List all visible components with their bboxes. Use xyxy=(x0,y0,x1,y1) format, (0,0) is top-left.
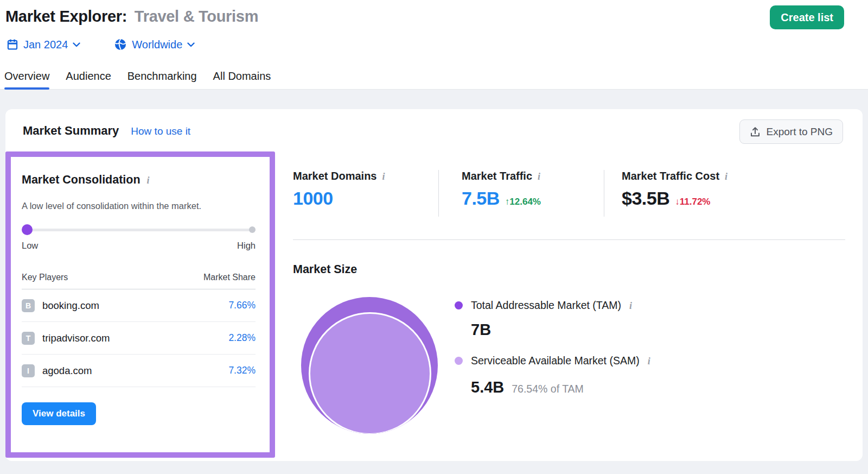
traffic-change-value: 12.64% xyxy=(509,197,541,207)
tab-audience[interactable]: Audience xyxy=(66,70,111,90)
tam-legend-row: Total Addressable Market (TAM) i xyxy=(455,299,632,312)
market-share-value[interactable]: 7.66% xyxy=(228,300,256,311)
page-title-market-name: Travel & Tourism xyxy=(135,8,258,25)
tam-value: 7B xyxy=(471,321,491,339)
tam-label: Total Addressable Market (TAM) xyxy=(471,299,621,312)
globe-icon xyxy=(114,38,127,51)
export-label: Export to PNG xyxy=(767,126,833,138)
market-share-value[interactable]: 2.28% xyxy=(228,332,256,344)
slider-track xyxy=(22,229,256,231)
sam-percent-of-tam: 76.54% of TAM xyxy=(512,383,584,395)
sam-legend-row: Serviceable Available Market (SAM) i xyxy=(455,355,650,367)
slider-label-high: High xyxy=(237,241,256,251)
export-to-png-button[interactable]: Export to PNG xyxy=(739,119,844,144)
traffic-change-badge: ↑12.64% xyxy=(505,197,541,207)
consolidation-description: A low level of consolidation within the … xyxy=(22,201,256,211)
table-row: I agoda.com 7.32% xyxy=(22,355,256,387)
slider-thumb-high[interactable] xyxy=(249,226,256,233)
view-details-button[interactable]: View details xyxy=(22,402,96,425)
sam-circle xyxy=(309,312,431,434)
slider-labels: Low High xyxy=(22,241,256,251)
info-icon[interactable]: i xyxy=(629,301,632,311)
info-icon[interactable]: i xyxy=(725,172,727,181)
market-share-value[interactable]: 7.32% xyxy=(228,365,256,376)
metric-label-row: Market Traffic Cost i xyxy=(622,170,727,182)
page-title: Market Explorer: Travel & Tourism xyxy=(5,8,258,26)
export-icon xyxy=(750,127,761,137)
col-market-share: Market Share xyxy=(203,273,256,282)
info-icon[interactable]: i xyxy=(648,356,650,366)
key-players-table: Key Players Market Share B booking.com 7… xyxy=(22,273,256,387)
col-key-players: Key Players xyxy=(22,273,68,282)
info-icon[interactable]: i xyxy=(147,175,150,185)
metric-label-row: Market Traffic i xyxy=(462,170,604,182)
tab-overview[interactable]: Overview xyxy=(4,70,49,90)
region-selector[interactable]: Worldwide xyxy=(114,38,195,51)
date-selector[interactable]: Jan 2024 xyxy=(7,39,80,51)
date-label: Jan 2024 xyxy=(23,39,68,51)
domain-label: booking.com xyxy=(42,300,99,312)
market-traffic-value: 7.5B xyxy=(462,188,500,209)
tab-all-domains[interactable]: All Domains xyxy=(213,70,271,90)
chevron-down-icon xyxy=(187,42,195,47)
market-domains-value: 1000 xyxy=(293,188,333,209)
tab-bar: Overview Audience Benchmarking All Domai… xyxy=(4,70,287,90)
info-icon[interactable]: i xyxy=(538,172,540,181)
consolidation-slider[interactable] xyxy=(22,224,256,235)
metric-label: Market Domains xyxy=(293,170,377,182)
market-traffic-cost-value: $3.5B xyxy=(622,188,669,209)
page-title-prefix: Market Explorer: xyxy=(5,8,127,25)
sam-value: 5.4B xyxy=(471,378,504,396)
cost-change-badge: ↓11.72% xyxy=(675,197,710,207)
table-row: T tripadvisor.com 2.28% xyxy=(22,322,256,355)
consolidation-header: Market Consolidation i xyxy=(22,173,256,187)
create-list-button[interactable]: Create list xyxy=(770,5,844,29)
metric-label: Market Traffic xyxy=(462,170,532,182)
metrics-row: Market Domains i 1000 Market Traffic i 7… xyxy=(293,170,727,217)
metric-market-traffic-cost: Market Traffic Cost i $3.5B ↓11.72% xyxy=(604,170,727,217)
sam-dot-icon xyxy=(455,357,463,365)
arrow-down-icon: ↓ xyxy=(675,197,680,207)
favicon-placeholder-icon: B xyxy=(22,299,35,312)
market-size-title: Market Size xyxy=(293,263,357,276)
tab-benchmarking[interactable]: Benchmarking xyxy=(127,70,197,90)
market-size-chart xyxy=(301,297,438,434)
metric-label-row: Market Domains i xyxy=(293,170,438,182)
filters-bar: Jan 2024 Worldwide xyxy=(7,38,195,51)
table-row: B booking.com 7.66% xyxy=(22,289,256,322)
favicon-placeholder-icon: T xyxy=(22,332,35,345)
metric-label: Market Traffic Cost xyxy=(622,170,719,182)
card-header: Market Summary How to use it xyxy=(23,124,190,138)
market-consolidation-panel: Market Consolidation i A low level of co… xyxy=(5,151,275,458)
favicon-placeholder-icon: I xyxy=(22,364,35,377)
domain-label: tripadvisor.com xyxy=(42,332,110,344)
sam-value-row: 5.4B 76.54% of TAM xyxy=(471,378,584,396)
card-title: Market Summary xyxy=(23,124,119,138)
domain-label: agoda.com xyxy=(42,365,92,377)
metric-market-domains: Market Domains i 1000 xyxy=(293,170,438,217)
region-label: Worldwide xyxy=(132,39,182,51)
metric-market-traffic: Market Traffic i 7.5B ↑12.64% xyxy=(438,170,604,217)
tam-dot-icon xyxy=(455,301,463,309)
key-players-table-header: Key Players Market Share xyxy=(22,273,256,289)
chevron-down-icon xyxy=(73,42,80,47)
page-header: Market Explorer: Travel & Tourism Create… xyxy=(0,0,868,90)
slider-thumb-low[interactable] xyxy=(22,224,33,235)
cost-change-value: 11.72% xyxy=(680,197,711,207)
consolidation-title: Market Consolidation xyxy=(22,173,141,187)
sam-label: Serviceable Available Market (SAM) xyxy=(471,355,640,367)
how-to-use-link[interactable]: How to use it xyxy=(131,125,190,137)
info-icon[interactable]: i xyxy=(382,172,385,181)
market-summary-card: Market Summary How to use it Export to P… xyxy=(5,109,863,461)
divider xyxy=(293,239,845,240)
slider-label-low: Low xyxy=(22,241,38,251)
calendar-icon xyxy=(7,39,18,50)
